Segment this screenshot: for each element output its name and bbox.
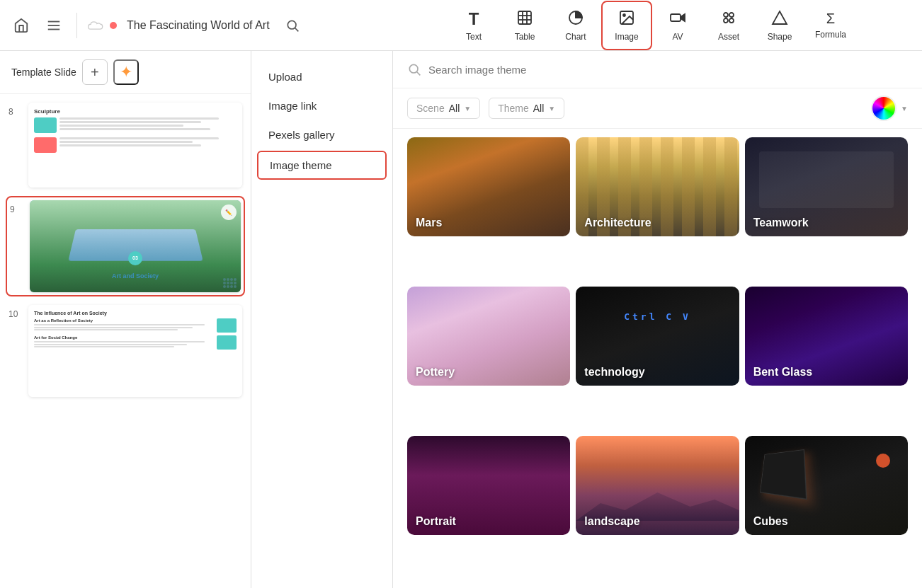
image-card-cubes[interactable]: Cubes [745,436,908,535]
slide-thumb-8: Sculpture [28,103,242,188]
topbar-divider [76,13,77,38]
theme-label: Theme [498,103,529,114]
theme-filter[interactable]: Theme All ▼ [489,98,564,119]
upload-dropdown: Upload Image link Pexels gallery Image t… [251,51,393,588]
add-slide-button[interactable]: + [82,59,108,85]
image-grid: Mars Architecture Teamwork Pottery techn… [393,129,922,588]
image-card-portrait[interactable]: Portrait [407,436,570,535]
ai-button[interactable]: ✦ [113,59,139,85]
slide-number-10: 10 [8,305,23,319]
slide-9-preview: ✏️ 03 Art and Society [30,200,241,292]
slide-9-num-badge: 03 [128,251,142,265]
image-icon [618,9,635,29]
slide-10-sec2: Art for Social Change [34,335,237,350]
scene-filter[interactable]: Scene All ▼ [407,98,480,119]
template-slide-label: Template Slide [11,67,76,78]
slide-9-edit-badge: ✏️ [221,204,237,220]
image-label-teamwork: Teamwork [753,217,809,229]
image-theme-panel: Scene All ▼ Theme All ▼ ▼ Mars Architect… [393,51,922,588]
sidebar-header: Template Slide + ✦ [0,51,251,94]
slide-8-content [34,117,237,153]
search-button[interactable] [280,13,305,38]
main-content: Template Slide + ✦ 8 Sculpture [0,51,922,588]
slide-item-10[interactable]: 10 The Influence of Art on Society Art a… [6,302,245,400]
av-label: AV [672,32,683,42]
dropdown-pexels-gallery[interactable]: Pexels gallery [251,120,392,149]
image-card-pottery[interactable]: Pottery [407,287,570,386]
image-link-label: Image link [268,100,317,112]
dropdown-image-theme[interactable]: Image theme [257,151,387,180]
scene-label: Scene [416,103,445,114]
image-card-teamwork[interactable]: Teamwork [745,137,908,236]
slide-thumb-10: The Influence of Art on Society Art as a… [28,305,242,397]
table-label: Table [515,32,535,42]
panel-search-icon [407,62,421,76]
slide-8-title: Sculpture [34,108,237,115]
image-card-mars[interactable]: Mars [407,137,570,236]
image-label-portrait: Portrait [416,515,456,528]
asset-label: Asset [718,32,739,42]
formula-icon: Σ [826,11,835,27]
slide-10-img2 [217,335,237,350]
cloud-dot [110,22,117,29]
scene-chevron: ▼ [464,105,471,113]
toolbar: T Text Table [391,1,914,50]
svg-line-4 [295,28,298,31]
svg-rect-15 [671,14,681,21]
image-card-technology[interactable]: technology [576,287,739,386]
slide-item-8[interactable]: 8 Sculpture [6,100,245,190]
toolbar-shape[interactable]: Shape [754,1,805,50]
slide-10-img1 [217,318,237,333]
pexels-gallery-label: Pexels gallery [268,129,334,141]
svg-point-17 [724,13,728,17]
toolbar-chart[interactable]: Chart [550,1,601,50]
image-label-mars: Mars [416,217,442,229]
svg-line-23 [417,72,421,76]
toolbar-av[interactable]: AV [652,1,703,50]
image-card-landscape[interactable]: landscape [576,436,739,535]
toolbar-asset[interactable]: Asset [703,1,754,50]
dropdown-upload[interactable]: Upload [251,62,392,91]
color-picker-chevron: ▼ [901,105,908,113]
menu-icon[interactable] [41,13,67,38]
search-wrap [407,62,908,76]
panel-filters: Scene All ▼ Theme All ▼ ▼ [393,88,922,129]
image-label-architecture: Architecture [584,217,651,229]
search-input[interactable] [428,64,908,76]
svg-point-14 [623,14,625,16]
slide-8-img1 [34,117,57,133]
cloud-save-icon[interactable] [87,19,117,32]
formula-label: Formula [815,30,846,40]
slide-thumb-9: ✏️ 03 Art and Society [30,200,241,292]
chart-icon [567,9,584,29]
image-card-bent-glass[interactable]: Bent Glass [745,287,908,386]
slide-10-sec1: Art as a Reflection of Society [34,318,237,333]
av-icon [669,9,686,29]
toolbar-image[interactable]: Image [601,1,652,50]
toolbar-formula[interactable]: Σ Formula [805,1,856,50]
slide-number-9: 9 [10,200,24,214]
image-label: Image [615,32,638,42]
image-label-technology: technology [584,366,644,379]
svg-point-19 [724,18,728,23]
image-card-architecture[interactable]: Architecture [576,137,739,236]
slide-item-9[interactable]: 9 ✏️ 03 Art and Society [6,196,245,296]
image-theme-label: Image theme [270,159,332,171]
color-picker-button[interactable] [871,96,897,121]
toolbar-table[interactable]: Table [499,1,550,50]
svg-marker-16 [681,14,685,21]
image-label-landscape: landscape [584,515,639,528]
document-title: The Fascinating World of Art [127,19,270,32]
slide-number-8: 8 [8,103,23,117]
home-icon[interactable] [8,13,34,38]
toolbar-text[interactable]: T Text [448,1,499,50]
svg-rect-5 [518,11,531,24]
svg-point-22 [409,64,418,73]
topbar: The Fascinating World of Art T Text [0,0,922,51]
text-icon: T [469,9,479,29]
dropdown-image-link[interactable]: Image link [251,91,392,120]
image-label-cubes: Cubes [753,515,788,528]
slide-10-preview: The Influence of Art on Society Art as a… [28,305,242,397]
svg-point-20 [729,18,734,23]
shape-icon [771,9,788,29]
